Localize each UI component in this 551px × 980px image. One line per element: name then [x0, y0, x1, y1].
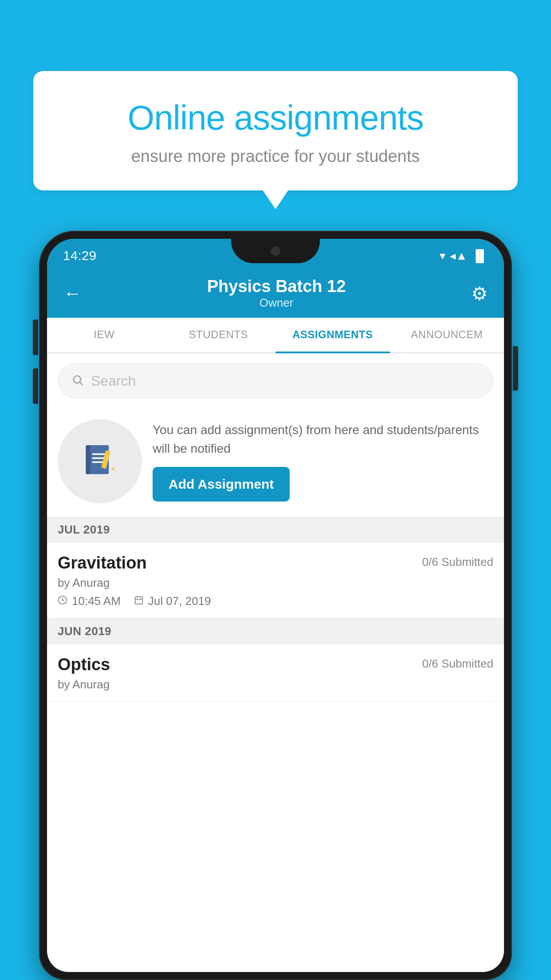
assignment-by-gravitation: by Anurag [58, 576, 493, 590]
svg-line-1 [80, 382, 83, 385]
search-placeholder: Search [91, 373, 136, 389]
search-bar[interactable]: Search [58, 363, 493, 399]
back-button[interactable]: ← [63, 283, 82, 304]
assignment-submitted-gravitation: 0/6 Submitted [422, 555, 493, 569]
header-title: Physics Batch 12 [207, 277, 346, 296]
add-assignment-button[interactable]: Add Assignment [153, 467, 290, 502]
tab-iew[interactable]: IEW [47, 318, 161, 353]
section-header-jun: JUN 2019 [47, 618, 504, 644]
bubble-subtitle: ensure more practice for your students [64, 147, 487, 166]
status-time: 14:29 [63, 248, 96, 263]
bubble-title: Online assignments [64, 98, 487, 138]
assignment-title-optics: Optics [58, 655, 110, 674]
search-icon [71, 372, 84, 390]
tab-students[interactable]: STUDENTS [161, 318, 276, 353]
promo-icon-circle [58, 419, 142, 503]
phone-notch [231, 239, 320, 263]
battery-icon: ▐▌ [472, 249, 488, 263]
assignment-time-row: 10:45 AM Jul 07, 201 [58, 594, 493, 608]
app-header: ← Physics Batch 12 Owner ⚙ [47, 269, 504, 318]
promo-right: You can add assignment(s) from here and … [153, 421, 493, 502]
settings-icon[interactable]: ⚙ [471, 283, 488, 304]
promo-bubble: Online assignments ensure more practice … [33, 71, 518, 190]
calendar-icon [134, 594, 144, 608]
bottom-spacer [47, 702, 504, 719]
svg-rect-3 [86, 445, 91, 474]
assignment-time: 10:45 AM [72, 594, 121, 608]
assignment-date: Jul 07, 2019 [148, 594, 211, 608]
status-icons: ▾ ◂▲ ▐▌ [440, 249, 488, 263]
tab-assignments[interactable]: ASSIGNMENTS [276, 318, 390, 353]
assignment-item-optics[interactable]: Optics 0/6 Submitted by Anurag [47, 644, 504, 702]
speech-bubble-card: Online assignments ensure more practice … [33, 71, 518, 190]
phone-mockup: 14:29 ▾ ◂▲ ▐▌ ← Physics Batch 12 Owner ⚙ [39, 231, 512, 980]
assignment-submitted-optics: 0/6 Submitted [422, 657, 493, 671]
assignment-item-gravitation[interactable]: Gravitation 0/6 Submitted by Anurag [47, 543, 504, 618]
front-camera [270, 246, 281, 257]
time-item: 10:45 AM [58, 594, 121, 608]
promo-text: You can add assignment(s) from here and … [153, 421, 493, 458]
clock-icon [58, 594, 67, 608]
section-header-jul: JUL 2019 [47, 517, 504, 543]
tab-announcements[interactable]: ANNOUNCEM [390, 318, 504, 353]
assignment-header-row: Gravitation 0/6 Submitted [58, 553, 493, 573]
phone-screen: 14:29 ▾ ◂▲ ▐▌ ← Physics Batch 12 Owner ⚙ [47, 239, 504, 972]
promo-section: You can add assignment(s) from here and … [47, 408, 504, 517]
header-center: Physics Batch 12 Owner [207, 277, 346, 310]
header-subtitle: Owner [207, 296, 346, 310]
assignment-title-gravitation: Gravitation [58, 553, 147, 573]
svg-marker-8 [111, 466, 116, 471]
date-item: Jul 07, 2019 [134, 594, 211, 608]
signal-icon: ◂▲ [450, 249, 467, 263]
assignment-by-optics: by Anurag [58, 678, 493, 692]
wifi-icon: ▾ [440, 249, 445, 263]
content-area: Search [47, 353, 504, 719]
svg-point-0 [74, 375, 81, 383]
assignment-header-row-optics: Optics 0/6 Submitted [58, 655, 493, 674]
tabs-bar: IEW STUDENTS ASSIGNMENTS ANNOUNCEM [47, 318, 504, 353]
svg-rect-10 [135, 597, 143, 605]
phone-outer-shell: 14:29 ▾ ◂▲ ▐▌ ← Physics Batch 12 Owner ⚙ [39, 231, 512, 980]
